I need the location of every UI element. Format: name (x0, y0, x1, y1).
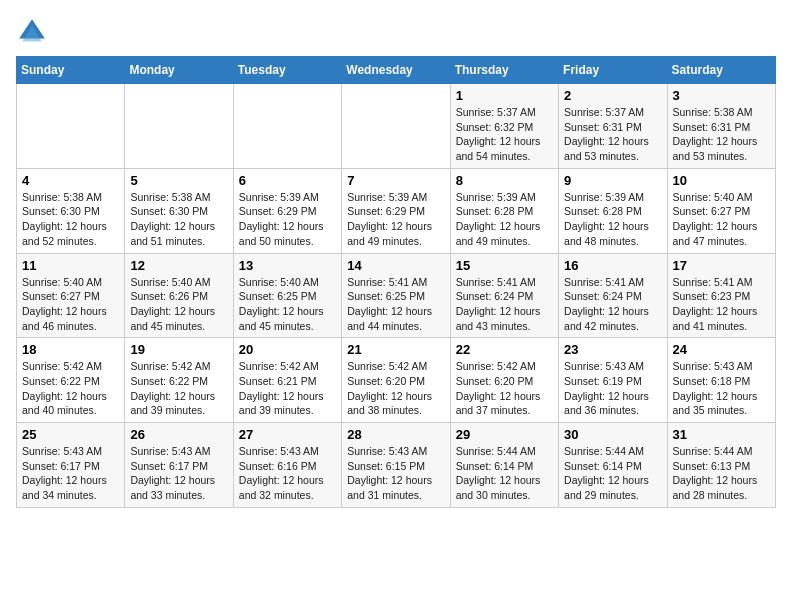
calendar-cell: 18Sunrise: 5:42 AM Sunset: 6:22 PM Dayli… (17, 338, 125, 423)
calendar-cell: 20Sunrise: 5:42 AM Sunset: 6:21 PM Dayli… (233, 338, 341, 423)
calendar-cell: 5Sunrise: 5:38 AM Sunset: 6:30 PM Daylig… (125, 168, 233, 253)
calendar-cell: 31Sunrise: 5:44 AM Sunset: 6:13 PM Dayli… (667, 423, 775, 508)
calendar-cell: 7Sunrise: 5:39 AM Sunset: 6:29 PM Daylig… (342, 168, 450, 253)
day-number: 18 (22, 342, 119, 357)
day-info: Sunrise: 5:43 AM Sunset: 6:19 PM Dayligh… (564, 359, 661, 418)
day-number: 6 (239, 173, 336, 188)
day-number: 28 (347, 427, 444, 442)
calendar-cell: 1Sunrise: 5:37 AM Sunset: 6:32 PM Daylig… (450, 84, 558, 169)
calendar-cell: 28Sunrise: 5:43 AM Sunset: 6:15 PM Dayli… (342, 423, 450, 508)
day-number: 21 (347, 342, 444, 357)
day-info: Sunrise: 5:43 AM Sunset: 6:17 PM Dayligh… (130, 444, 227, 503)
day-number: 11 (22, 258, 119, 273)
day-number: 2 (564, 88, 661, 103)
day-number: 27 (239, 427, 336, 442)
day-number: 9 (564, 173, 661, 188)
day-info: Sunrise: 5:37 AM Sunset: 6:32 PM Dayligh… (456, 105, 553, 164)
day-number: 20 (239, 342, 336, 357)
calendar-cell: 19Sunrise: 5:42 AM Sunset: 6:22 PM Dayli… (125, 338, 233, 423)
calendar-cell: 26Sunrise: 5:43 AM Sunset: 6:17 PM Dayli… (125, 423, 233, 508)
day-info: Sunrise: 5:43 AM Sunset: 6:17 PM Dayligh… (22, 444, 119, 503)
day-number: 25 (22, 427, 119, 442)
col-header-wednesday: Wednesday (342, 57, 450, 84)
day-info: Sunrise: 5:42 AM Sunset: 6:20 PM Dayligh… (456, 359, 553, 418)
day-number: 26 (130, 427, 227, 442)
calendar-cell: 9Sunrise: 5:39 AM Sunset: 6:28 PM Daylig… (559, 168, 667, 253)
day-info: Sunrise: 5:44 AM Sunset: 6:14 PM Dayligh… (564, 444, 661, 503)
day-info: Sunrise: 5:38 AM Sunset: 6:30 PM Dayligh… (130, 190, 227, 249)
day-info: Sunrise: 5:39 AM Sunset: 6:28 PM Dayligh… (564, 190, 661, 249)
calendar-cell: 6Sunrise: 5:39 AM Sunset: 6:29 PM Daylig… (233, 168, 341, 253)
calendar-cell: 2Sunrise: 5:37 AM Sunset: 6:31 PM Daylig… (559, 84, 667, 169)
day-number: 30 (564, 427, 661, 442)
day-number: 3 (673, 88, 770, 103)
calendar-cell: 25Sunrise: 5:43 AM Sunset: 6:17 PM Dayli… (17, 423, 125, 508)
day-number: 17 (673, 258, 770, 273)
day-info: Sunrise: 5:44 AM Sunset: 6:13 PM Dayligh… (673, 444, 770, 503)
calendar-cell: 23Sunrise: 5:43 AM Sunset: 6:19 PM Dayli… (559, 338, 667, 423)
day-number: 19 (130, 342, 227, 357)
logo (16, 16, 52, 48)
calendar-cell: 13Sunrise: 5:40 AM Sunset: 6:25 PM Dayli… (233, 253, 341, 338)
day-info: Sunrise: 5:40 AM Sunset: 6:27 PM Dayligh… (22, 275, 119, 334)
day-info: Sunrise: 5:38 AM Sunset: 6:31 PM Dayligh… (673, 105, 770, 164)
day-number: 8 (456, 173, 553, 188)
day-info: Sunrise: 5:40 AM Sunset: 6:27 PM Dayligh… (673, 190, 770, 249)
calendar-cell (125, 84, 233, 169)
calendar-cell (17, 84, 125, 169)
day-info: Sunrise: 5:40 AM Sunset: 6:25 PM Dayligh… (239, 275, 336, 334)
calendar-cell: 16Sunrise: 5:41 AM Sunset: 6:24 PM Dayli… (559, 253, 667, 338)
day-info: Sunrise: 5:39 AM Sunset: 6:29 PM Dayligh… (347, 190, 444, 249)
day-info: Sunrise: 5:43 AM Sunset: 6:16 PM Dayligh… (239, 444, 336, 503)
calendar-cell: 30Sunrise: 5:44 AM Sunset: 6:14 PM Dayli… (559, 423, 667, 508)
day-number: 5 (130, 173, 227, 188)
calendar-cell: 3Sunrise: 5:38 AM Sunset: 6:31 PM Daylig… (667, 84, 775, 169)
calendar-cell (342, 84, 450, 169)
day-number: 29 (456, 427, 553, 442)
calendar-cell: 27Sunrise: 5:43 AM Sunset: 6:16 PM Dayli… (233, 423, 341, 508)
day-info: Sunrise: 5:37 AM Sunset: 6:31 PM Dayligh… (564, 105, 661, 164)
day-info: Sunrise: 5:39 AM Sunset: 6:29 PM Dayligh… (239, 190, 336, 249)
col-header-saturday: Saturday (667, 57, 775, 84)
col-header-tuesday: Tuesday (233, 57, 341, 84)
day-number: 24 (673, 342, 770, 357)
day-info: Sunrise: 5:43 AM Sunset: 6:18 PM Dayligh… (673, 359, 770, 418)
day-info: Sunrise: 5:38 AM Sunset: 6:30 PM Dayligh… (22, 190, 119, 249)
calendar-cell (233, 84, 341, 169)
day-info: Sunrise: 5:39 AM Sunset: 6:28 PM Dayligh… (456, 190, 553, 249)
day-info: Sunrise: 5:44 AM Sunset: 6:14 PM Dayligh… (456, 444, 553, 503)
day-number: 10 (673, 173, 770, 188)
calendar-table: SundayMondayTuesdayWednesdayThursdayFrid… (16, 56, 776, 508)
day-number: 7 (347, 173, 444, 188)
day-number: 14 (347, 258, 444, 273)
calendar-cell: 14Sunrise: 5:41 AM Sunset: 6:25 PM Dayli… (342, 253, 450, 338)
day-info: Sunrise: 5:41 AM Sunset: 6:25 PM Dayligh… (347, 275, 444, 334)
calendar-cell: 17Sunrise: 5:41 AM Sunset: 6:23 PM Dayli… (667, 253, 775, 338)
day-number: 13 (239, 258, 336, 273)
day-number: 23 (564, 342, 661, 357)
day-info: Sunrise: 5:41 AM Sunset: 6:24 PM Dayligh… (564, 275, 661, 334)
calendar-cell: 8Sunrise: 5:39 AM Sunset: 6:28 PM Daylig… (450, 168, 558, 253)
calendar-cell: 24Sunrise: 5:43 AM Sunset: 6:18 PM Dayli… (667, 338, 775, 423)
day-number: 16 (564, 258, 661, 273)
day-info: Sunrise: 5:41 AM Sunset: 6:24 PM Dayligh… (456, 275, 553, 334)
day-number: 15 (456, 258, 553, 273)
day-number: 12 (130, 258, 227, 273)
day-number: 4 (22, 173, 119, 188)
calendar-cell: 10Sunrise: 5:40 AM Sunset: 6:27 PM Dayli… (667, 168, 775, 253)
day-info: Sunrise: 5:43 AM Sunset: 6:15 PM Dayligh… (347, 444, 444, 503)
col-header-sunday: Sunday (17, 57, 125, 84)
col-header-thursday: Thursday (450, 57, 558, 84)
calendar-cell: 29Sunrise: 5:44 AM Sunset: 6:14 PM Dayli… (450, 423, 558, 508)
calendar-cell: 15Sunrise: 5:41 AM Sunset: 6:24 PM Dayli… (450, 253, 558, 338)
day-info: Sunrise: 5:41 AM Sunset: 6:23 PM Dayligh… (673, 275, 770, 334)
col-header-monday: Monday (125, 57, 233, 84)
calendar-cell: 12Sunrise: 5:40 AM Sunset: 6:26 PM Dayli… (125, 253, 233, 338)
calendar-cell: 11Sunrise: 5:40 AM Sunset: 6:27 PM Dayli… (17, 253, 125, 338)
day-info: Sunrise: 5:40 AM Sunset: 6:26 PM Dayligh… (130, 275, 227, 334)
page-header (16, 16, 776, 48)
day-number: 31 (673, 427, 770, 442)
calendar-cell: 21Sunrise: 5:42 AM Sunset: 6:20 PM Dayli… (342, 338, 450, 423)
day-info: Sunrise: 5:42 AM Sunset: 6:21 PM Dayligh… (239, 359, 336, 418)
logo-icon (16, 16, 48, 48)
